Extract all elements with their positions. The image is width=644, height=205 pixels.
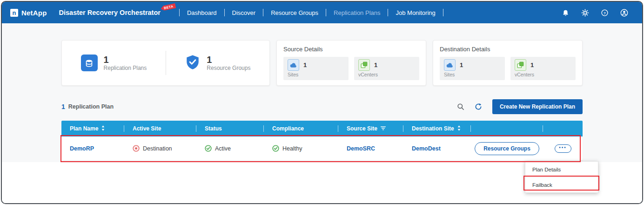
beta-badge: BETA — [161, 3, 176, 12]
summary-cards-row: 1 Replication Plans 1 Resource Groups — [61, 40, 583, 86]
nav-item-discover[interactable]: Discover — [225, 9, 263, 16]
destination-site-link[interactable]: DemoDest — [412, 145, 441, 152]
destination-sites-tile: 1 Sites — [440, 57, 505, 80]
destination-vcenters-tile: 1 vCenters — [510, 57, 576, 80]
source-sites-count: 1 — [303, 62, 307, 68]
resource-groups-label: Resource Groups — [207, 65, 250, 71]
check-circle-icon — [205, 145, 212, 152]
card-divider — [166, 51, 166, 75]
filter-icon[interactable] — [381, 125, 386, 132]
status-cell: Active — [205, 145, 231, 152]
top-navigation-bar: n NetApp Disaster Recovery Orchestrator … — [2, 2, 642, 23]
replication-plans-label: Replication Plans — [104, 65, 147, 71]
replication-plans-metric: 1 Replication Plans — [81, 55, 147, 71]
active-site-cell: Destination — [133, 145, 172, 152]
source-sites-label: Sites — [288, 72, 344, 77]
col-header-compliance: Compliance — [264, 121, 338, 137]
source-vcenters-tile: 1 vCenters — [354, 57, 419, 80]
nav-item-job-monitoring[interactable]: Job Monitoring — [388, 9, 443, 16]
destination-sites-label: Sites — [444, 72, 501, 77]
search-icon[interactable] — [457, 103, 464, 110]
row-actions-menu: Plan Details Failback — [525, 161, 598, 193]
app-title: Disaster Recovery Orchestrator BETA — [59, 9, 161, 16]
col-header-status: Status — [196, 121, 264, 137]
app-window: n NetApp Disaster Recovery Orchestrator … — [1, 1, 643, 204]
nav-item-dashboard[interactable]: Dashboard — [180, 9, 224, 16]
source-details-title: Source Details — [283, 46, 419, 53]
replication-plans-count: 1 — [104, 55, 147, 65]
resource-groups-count: 1 — [207, 55, 250, 65]
table-row: DemoRP Destination Active — [61, 137, 583, 161]
destination-sites-count: 1 — [460, 62, 463, 68]
netapp-logo: n NetApp — [10, 9, 47, 17]
destination-status-icon — [133, 145, 140, 152]
resource-groups-metric: 1 Resource Groups — [185, 54, 250, 72]
row-actions-ellipsis-button[interactable] — [555, 144, 571, 153]
col-header-actions — [471, 121, 543, 137]
sort-icon[interactable] — [101, 125, 105, 132]
resource-groups-button[interactable]: Resource Groups — [475, 142, 539, 155]
source-details-card: Source Details 1 Sites — [276, 40, 426, 86]
replication-plan-count: 1 — [61, 103, 65, 110]
col-header-plan-name: Plan Name — [61, 121, 124, 137]
destination-vcenters-label: vCenters — [515, 72, 571, 77]
destination-details-title: Destination Details — [440, 46, 576, 53]
destination-details-card: Destination Details 1 Sites — [433, 40, 583, 86]
source-vcenters-count: 1 — [374, 62, 377, 68]
col-header-destination-site: Destination Site — [403, 121, 471, 137]
source-vcenters-label: vCenters — [358, 72, 415, 77]
main-nav: Dashboard Discover Resource Groups Repli… — [179, 9, 443, 16]
col-header-source-site: Source Site — [338, 121, 403, 137]
compliance-cell: Healthy — [272, 145, 302, 152]
col-header-active-site: Active Site — [124, 121, 196, 137]
check-circle-icon — [272, 145, 279, 152]
settings-gear-icon[interactable] — [581, 9, 589, 17]
table-header-row: Plan Name Active Site Status Compliance … — [61, 121, 583, 137]
plan-name-link[interactable]: DemoRP — [70, 145, 94, 152]
source-sites-tile: 1 Sites — [283, 57, 349, 80]
resource-groups-shield-icon — [185, 54, 201, 72]
brand-name: NetApp — [21, 9, 47, 17]
sort-icon[interactable] — [457, 125, 461, 132]
source-site-link[interactable]: DemoSRC — [347, 145, 375, 152]
destination-vcenters-count: 1 — [530, 62, 534, 68]
notifications-bell-icon[interactable] — [562, 9, 569, 16]
cloud-site-icon — [288, 59, 299, 71]
cloud-site-icon — [444, 59, 456, 71]
user-account-icon[interactable] — [620, 9, 628, 17]
vcenter-icon — [515, 59, 526, 71]
svg-text:?: ? — [604, 11, 606, 15]
netapp-logo-icon: n — [10, 9, 18, 17]
topbar-icons: ? — [562, 9, 628, 17]
create-new-replication-plan-button[interactable]: Create New Replication Plan — [492, 99, 583, 114]
replication-plans-icon — [81, 55, 98, 71]
col-header-menu — [543, 121, 583, 137]
nav-divider — [443, 9, 443, 16]
help-icon[interactable]: ? — [601, 9, 608, 16]
replication-plans-table: Plan Name Active Site Status Compliance … — [61, 121, 583, 161]
vcenter-icon — [358, 59, 370, 71]
menu-item-failback[interactable]: Failback — [525, 177, 598, 192]
nav-item-replication-plans[interactable]: Replication Plans — [326, 9, 388, 16]
replication-plan-section-label: Replication Plan — [68, 103, 114, 110]
totals-card: 1 Replication Plans 1 Resource Groups — [61, 40, 270, 86]
nav-item-resource-groups[interactable]: Resource Groups — [263, 9, 326, 16]
replication-plan-section-header: 1 Replication Plan Create New Replicatio… — [61, 99, 583, 115]
refresh-icon[interactable] — [475, 103, 482, 110]
menu-item-plan-details[interactable]: Plan Details — [525, 162, 598, 177]
